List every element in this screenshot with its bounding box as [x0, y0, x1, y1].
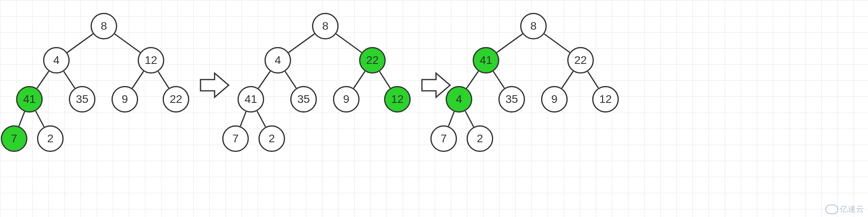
tree-node: 35: [69, 86, 95, 113]
tree-node: 41: [16, 86, 43, 113]
tree-edge: [257, 111, 265, 127]
tree-edge: [35, 111, 44, 127]
tree-edge: [258, 71, 270, 88]
tree-node: 41: [238, 86, 264, 113]
tree-node: 35: [498, 86, 525, 113]
tree-node: 7: [1, 125, 27, 152]
tree-node: 2: [467, 125, 493, 152]
tree-edge: [336, 34, 362, 52]
tree-edge: [64, 72, 75, 88]
tree-edge: [588, 72, 598, 88]
tree-edge: [285, 72, 296, 88]
tree-edge: [380, 72, 390, 88]
tree-edge: [132, 71, 143, 88]
tree-edge: [465, 111, 473, 127]
tree-edge: [289, 34, 314, 52]
tree-node: 22: [359, 47, 386, 74]
tree-node: 9: [112, 86, 138, 113]
tree-node: 12: [138, 47, 164, 74]
step-arrow-icon: [200, 73, 229, 97]
tree-node: 35: [290, 86, 317, 113]
tree-node: 22: [163, 86, 189, 113]
tree-edge: [37, 71, 49, 88]
tree-edge: [240, 112, 246, 126]
tree-node: 7: [222, 125, 249, 152]
tree-node: 7: [430, 125, 457, 152]
tree-node: 4: [446, 86, 472, 113]
tree-edge: [497, 34, 523, 52]
tree-node: 22: [567, 47, 594, 74]
tree-node: 12: [384, 86, 411, 113]
tree-edge: [158, 72, 169, 88]
tree-edge: [448, 112, 454, 126]
tree-node: 9: [541, 86, 568, 113]
tree-node: 9: [333, 86, 360, 113]
tree-node: 2: [258, 125, 285, 152]
tree-node: 8: [520, 13, 547, 39]
tree-edge: [353, 71, 365, 88]
tree-edge: [67, 34, 93, 52]
tree-node: 12: [592, 86, 619, 113]
tree-node: 4: [265, 47, 291, 74]
tree-edge: [19, 112, 25, 126]
tree-node: 2: [37, 125, 64, 152]
watermark: 亿速云: [825, 204, 864, 215]
tree-edge: [562, 71, 573, 88]
tree-edge: [493, 72, 504, 88]
cloud-icon: [825, 205, 838, 214]
watermark-text: 亿速云: [840, 204, 864, 215]
step-arrow-icon: [422, 73, 450, 97]
tree-edge: [115, 34, 141, 52]
tree-edge: [467, 71, 478, 88]
tree-node: 4: [43, 47, 70, 74]
tree-node: 41: [473, 47, 499, 74]
tree-node: 8: [91, 13, 117, 39]
tree-node: 8: [312, 13, 339, 39]
tree-edge: [544, 34, 570, 52]
